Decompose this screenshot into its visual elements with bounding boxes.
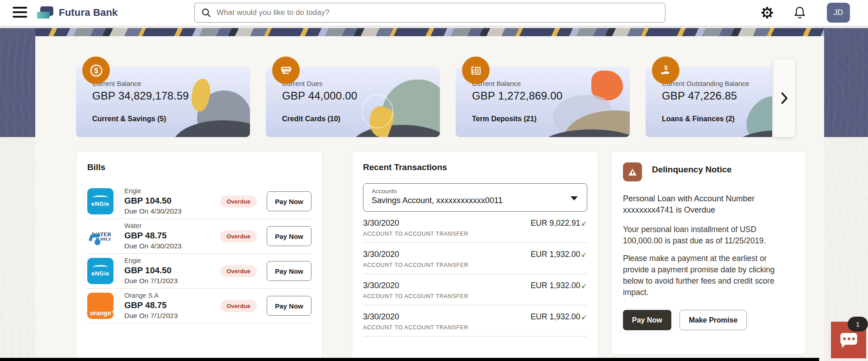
delinquency-instructions: Please make a payment at the earliest or…: [623, 253, 794, 298]
accounts-dropdown-label: Accounts: [372, 188, 567, 195]
dashboard-page: Futura Bank: [0, 0, 868, 361]
orange-logo: orange™: [87, 293, 113, 319]
transaction-description: ACCOUNT TO ACCOUNT TRANSFER: [363, 231, 587, 237]
bill-amount: GBP 48.75: [124, 300, 220, 311]
bill-due-date: Due On 4/30/2023: [124, 206, 220, 216]
transaction-row: 3/30/2020 EUR 9,022.91↙ ACCOUNT TO ACCOU…: [363, 212, 587, 242]
global-search: [194, 3, 665, 23]
bill-amount: GBP 104.50: [124, 265, 220, 276]
warning-icon: [623, 162, 642, 181]
delinquency-pay-now-button[interactable]: Pay Now: [623, 310, 671, 330]
bill-payee: Orange S.A: [124, 291, 220, 300]
accounts-dropdown[interactable]: Accounts Savings Account, xxxxxxxxxxxx00…: [363, 183, 587, 212]
chevron-right-icon: [781, 92, 788, 104]
search-input[interactable]: [217, 8, 659, 17]
credit-arrow-icon: ↙: [581, 251, 587, 258]
accounts-dropdown-value: Savings Account, xxxxxxxxxxxx0011: [372, 196, 567, 205]
transaction-description: ACCOUNT TO ACCOUNT TRANSFER: [363, 262, 587, 268]
account-balance-amount: GBP 34,829,178.59: [92, 90, 189, 102]
bill-pay-now-button[interactable]: Pay Now: [267, 191, 311, 211]
bills-panel: Bills eNGie Engie GBP 104.50 Due On 4/30…: [76, 151, 323, 361]
account-product-link[interactable]: Term Deposits (21): [472, 115, 537, 123]
bill-amount: GBP 48.75: [124, 230, 220, 241]
credit-arrow-icon: ↙: [581, 219, 587, 227]
account-product-link[interactable]: Loans & Finances (2): [662, 115, 735, 123]
bill-due-date: Due On 4/30/2023: [124, 241, 220, 251]
bill-pay-now-button[interactable]: Pay Now: [267, 261, 311, 281]
menu-icon[interactable]: [13, 7, 27, 19]
svg-text:$: $: [664, 64, 668, 71]
account-balance-amount: GBP 1,272,869.00: [472, 90, 562, 102]
make-promise-button[interactable]: Make Promise: [679, 310, 747, 330]
transaction-amount: EUR 9,022.91↙: [531, 218, 587, 228]
delinquency-title: Delinquency Notice: [652, 165, 731, 175]
transaction-description: ACCOUNT TO ACCOUNT TRANSFER: [363, 293, 587, 299]
bank-logo-icon: [36, 5, 53, 21]
svg-text:$: $: [94, 67, 98, 75]
bill-row: WATER SUPPLY Water GBP 48.75 Due On 4/30…: [87, 219, 311, 253]
delinquency-detail: Your personal loan installment of USD 10…: [623, 224, 794, 247]
banner-pattern: [35, 28, 824, 36]
bill-due-date: Due On 7/1/2023: [124, 276, 220, 285]
account-product-link[interactable]: Current & Savings (5): [92, 115, 166, 123]
card-transfer-icon: [272, 57, 300, 84]
bill-pay-now-button[interactable]: Pay Now: [267, 226, 311, 246]
hand-coin-icon: $: [652, 57, 679, 84]
recent-transactions-title: Recent Transactions: [363, 162, 587, 172]
transaction-date: 3/30/2020: [363, 218, 399, 228]
transaction-amount: EUR 1,932.00↙: [531, 312, 587, 322]
chat-unread-badge: 1: [848, 317, 868, 332]
transaction-date: 3/30/2020: [363, 281, 399, 290]
notifications-bell-icon[interactable]: [793, 5, 807, 20]
account-balance-amount: GBP 44,000.00: [282, 90, 357, 102]
overdue-badge: Overdue: [220, 265, 257, 277]
transaction-amount: EUR 1,932.00↙: [531, 250, 587, 259]
bill-row: eNGie Engie GBP 104.50 Due On 7/1/2023 O…: [87, 254, 311, 288]
delinquency-notice-panel: Delinquency Notice Personal Loan with Ac…: [611, 151, 806, 355]
bill-payee: Engie: [124, 256, 220, 265]
bill-row: eNGie Engie GBP 104.50 Due On 4/30/2023 …: [87, 184, 311, 218]
water-supply-logo: WATER SUPPLY: [87, 223, 113, 249]
bill-amount: GBP 104.50: [124, 195, 220, 206]
credit-arrow-icon: ↙: [581, 313, 587, 321]
coins-document-icon: [462, 57, 490, 84]
account-product-link[interactable]: Credit Cards (10): [282, 115, 340, 123]
brand[interactable]: Futura Bank: [36, 4, 118, 22]
transaction-row: 3/30/2020 EUR 1,932.00↙ ACCOUNT TO ACCOU…: [363, 305, 587, 336]
transaction-date: 3/30/2020: [363, 250, 399, 259]
chevron-down-icon: [571, 196, 578, 200]
window-bottom-edge: [0, 358, 819, 361]
transaction-amount: EUR 1,932.00↙: [531, 281, 587, 290]
bill-payee: Engie: [124, 187, 220, 195]
overdue-badge: Overdue: [220, 195, 257, 208]
dollar-coin-icon: $: [82, 57, 110, 84]
chat-bubble-icon: [840, 333, 857, 345]
overdue-badge: Overdue: [220, 300, 257, 312]
recent-transactions-panel: Recent Transactions Accounts Savings Acc…: [352, 151, 599, 361]
transaction-row: 3/30/2020 EUR 1,932.00↙ ACCOUNT TO ACCOU…: [363, 274, 587, 305]
content-sheet: Current Balance GBP 34,829,178.59 Curren…: [35, 36, 824, 361]
transaction-date: 3/30/2020: [363, 312, 399, 322]
bill-payee: Water: [124, 222, 220, 230]
settings-gear-icon[interactable]: [760, 5, 774, 20]
avatar[interactable]: JD: [827, 3, 850, 23]
overdue-badge: Overdue: [220, 230, 257, 242]
bills-title: Bills: [87, 162, 311, 172]
bill-due-date: Due On 7/1/2023: [124, 311, 220, 320]
engie-logo: eNGie: [87, 258, 113, 284]
bill-pay-now-button[interactable]: Pay Now: [267, 296, 311, 316]
carousel-next-button[interactable]: [774, 59, 795, 137]
credit-arrow-icon: ↙: [581, 282, 587, 290]
account-balance-amount: GBP 47,226.85: [662, 90, 737, 102]
bill-row: orange™ Orange S.A GBP 48.75 Due On 7/1/…: [87, 289, 311, 323]
transaction-description: ACCOUNT TO ACCOUNT TRANSFER: [363, 324, 587, 331]
top-bar: Futura Bank: [0, 0, 868, 26]
brand-name: Futura Bank: [59, 4, 118, 22]
account-balance-label: Current Outstanding Balance: [662, 80, 749, 87]
transaction-row: 3/30/2020 EUR 1,932.00↙ ACCOUNT TO ACCOU…: [363, 243, 587, 274]
search-icon: [201, 8, 211, 18]
engie-logo: eNGie: [87, 188, 113, 214]
delinquency-summary: Personal Loan with Account Number xxxxxx…: [623, 193, 794, 216]
